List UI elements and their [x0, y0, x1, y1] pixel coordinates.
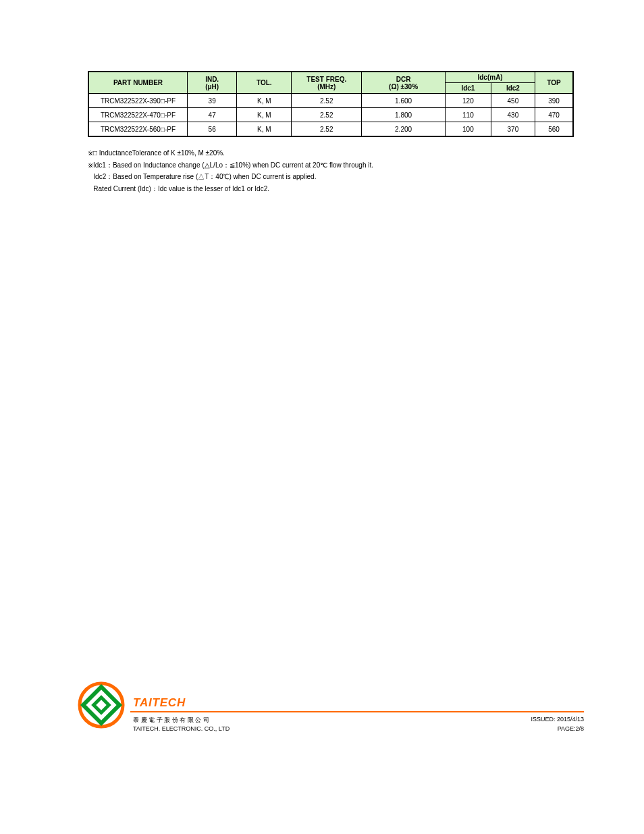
cell-part: TRCM322522X-470□-PF	[88, 108, 188, 122]
th-dcr: DCR (Ω) ±30%	[362, 72, 446, 94]
cell-top: 470	[535, 108, 573, 122]
cell-idc1: 100	[446, 122, 491, 137]
cell-freq: 2.52	[292, 108, 362, 122]
spec-table: PART NUMBER IND. (μH) TOL. TEST FREQ. (M…	[88, 71, 574, 137]
note-line-4: Rated Current (Idc)：Idc value is the les…	[88, 183, 574, 195]
cell-idc2: 430	[491, 108, 535, 122]
th-inductance-line2: (μH)	[205, 83, 219, 90]
note-line-1: ※□ InductanceTolerance of K ±10%, M ±20%…	[88, 147, 574, 159]
cell-tol: K, M	[237, 108, 292, 122]
svg-point-0	[80, 683, 123, 727]
cell-idc2: 370	[491, 122, 535, 137]
svg-rect-1	[83, 687, 119, 723]
th-dcr-line2: (Ω) ±30%	[389, 83, 418, 90]
th-test-freq-line1: TEST FREQ.	[306, 76, 346, 83]
brand-name: TAITECH	[133, 696, 186, 710]
note-line-3: Idc2：Based on Temperature rise (△T：40℃) …	[88, 171, 574, 183]
th-part-number: PART NUMBER	[88, 72, 188, 94]
th-inductance: IND. (μH)	[188, 72, 237, 94]
cell-part: TRCM322522X-390□-PF	[88, 94, 188, 108]
th-idc1: Idc1	[446, 83, 491, 94]
cell-idc1: 120	[446, 94, 491, 108]
th-top: TOP	[535, 72, 573, 94]
cell-idc1: 110	[446, 108, 491, 122]
th-dcr-line1: DCR	[396, 76, 411, 83]
note-line-2: ※Idc1：Based on Inductance change (△L/Lo：…	[88, 159, 574, 172]
cell-dcr: 2.200	[362, 122, 446, 137]
company-name-en: TAITECH. ELECTRONIC. CO., LTD	[133, 725, 230, 732]
table-row: TRCM322522X-560□-PF 56 K, M 2.52 2.200 1…	[88, 122, 573, 137]
cell-freq: 2.52	[292, 122, 362, 137]
cell-ind: 39	[188, 94, 237, 108]
cell-ind: 47	[188, 108, 237, 122]
cell-part: TRCM322522X-560□-PF	[88, 122, 188, 137]
cell-tol: K, M	[237, 94, 292, 108]
company-name-tw: 泰 慶 電 子 股 份 有 限 公 司	[133, 716, 209, 725]
issued-date: ISSUED: 2015/4/13	[531, 716, 584, 723]
brand-logo	[78, 681, 125, 729]
cell-dcr: 1.600	[362, 94, 446, 108]
footer-divider	[130, 711, 584, 712]
page-number: PAGE:2/8	[558, 725, 584, 732]
notes-block: ※□ InductanceTolerance of K ±10%, M ±20%…	[88, 147, 574, 194]
cell-top: 560	[535, 122, 573, 137]
cell-ind: 56	[188, 122, 237, 137]
logo-icon	[78, 681, 125, 729]
cell-tol: K, M	[237, 122, 292, 137]
svg-rect-2	[94, 698, 109, 713]
cell-dcr: 1.800	[362, 108, 446, 122]
th-test-freq-line2: (MHz)	[317, 83, 336, 90]
cell-freq: 2.52	[292, 94, 362, 108]
th-test-freq: TEST FREQ. (MHz)	[292, 72, 362, 94]
table-row: TRCM322522X-390□-PF 39 K, M 2.52 1.600 1…	[88, 94, 573, 108]
cell-idc2: 450	[491, 94, 535, 108]
th-idc-group: Idc(mA)	[446, 72, 535, 83]
th-tolerance: TOL.	[237, 72, 292, 94]
th-idc2: Idc2	[491, 83, 535, 94]
table-row: TRCM322522X-470□-PF 47 K, M 2.52 1.800 1…	[88, 108, 573, 122]
th-inductance-line1: IND.	[205, 76, 219, 83]
cell-top: 390	[535, 94, 573, 108]
